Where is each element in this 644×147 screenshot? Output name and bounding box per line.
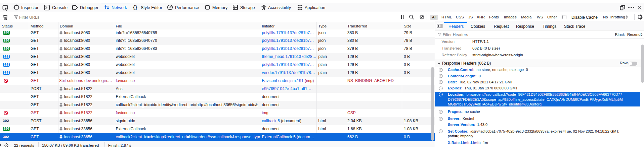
svg-text:?: ? xyxy=(440,87,442,90)
svg-text:?: ? xyxy=(440,111,442,114)
svg-text:?: ? xyxy=(440,69,442,72)
svg-text:?: ? xyxy=(440,130,442,133)
svg-text:?: ? xyxy=(440,81,442,84)
svg-text:?: ? xyxy=(440,75,442,78)
svg-text:?: ? xyxy=(440,117,442,120)
svg-text:?: ? xyxy=(440,93,442,96)
